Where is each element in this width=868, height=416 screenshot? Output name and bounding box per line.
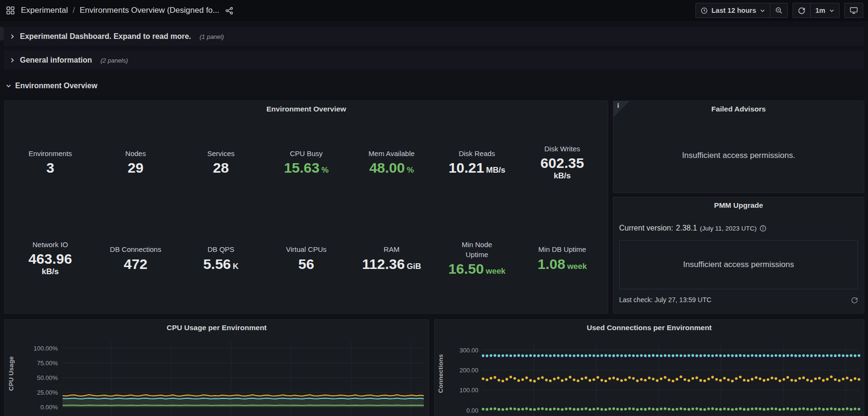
stat-value: 472 <box>124 256 147 272</box>
y-tick-label: 0.00% <box>40 404 58 411</box>
stat-label: DB Connections <box>110 245 161 254</box>
info-circle-icon[interactable] <box>759 225 767 232</box>
last-check-label: Last check: July 27, 13:59 UTC <box>619 296 712 304</box>
stat-ram: RAM112.36GiB <box>349 207 434 309</box>
zoom-out-button[interactable] <box>770 3 787 18</box>
time-range-picker[interactable]: Last 12 hours <box>696 3 770 18</box>
stat-value: 48.00% <box>369 160 414 176</box>
y-tick-label: 75.00% <box>37 360 58 367</box>
stat-label: CPU Busy <box>290 149 322 158</box>
stat-value: 16.50week <box>448 261 506 277</box>
y-tick-label: 0.00 <box>466 407 478 414</box>
stat-label: Disk Reads <box>459 149 495 158</box>
panel-failed-advisors: i Failed Advisors Insufficient access pe… <box>613 101 864 193</box>
stat-db-connections: DB Connections472 <box>93 207 178 309</box>
chevron-right-icon <box>9 57 15 63</box>
clock-icon <box>701 7 708 14</box>
y-axis-label: CPU Usage <box>5 336 17 411</box>
breadcrumb: Experimental / Environments Overview (De… <box>21 6 219 15</box>
stat-environments: Environments3 <box>8 117 93 207</box>
row-experimental-dashboard[interactable]: Experimental Dashboard. Expand to read m… <box>4 27 864 46</box>
y-tick-label: 100.00 <box>459 387 478 394</box>
stat-value: 1.08week <box>538 256 587 272</box>
chevron-down-icon <box>760 8 765 13</box>
chevron-down-icon <box>6 83 11 89</box>
panel-title[interactable]: Failed Advisors <box>613 101 864 117</box>
zoom-out-icon <box>775 7 783 14</box>
stat-label: Min Node Uptime <box>456 240 498 259</box>
stat-label: Min DB Uptime <box>539 245 586 254</box>
panel-pmm-upgrade: PMM Upgrade Current version: 2.38.1 (Jul… <box>613 197 864 314</box>
failed-advisors-message: Insufficient access permissions. <box>613 151 864 160</box>
grafana-dashboard: Experimental / Environments Overview (De… <box>0 0 868 416</box>
time-controls-group: Last 12 hours <box>695 3 788 18</box>
panel-title[interactable]: Environment Overview <box>5 101 608 117</box>
refresh-icon <box>798 7 805 14</box>
refresh-button[interactable] <box>793 3 810 18</box>
kiosk-mode-button[interactable] <box>844 3 863 18</box>
stat-value: 602.35kB/s <box>540 155 584 181</box>
stat-value: 56 <box>298 256 314 272</box>
stat-value: 5.56K <box>203 256 239 272</box>
y-tick-label: 25.00% <box>37 389 58 396</box>
stat-label: RAM <box>384 245 399 254</box>
check-updates-refresh-icon[interactable] <box>851 296 858 304</box>
current-version-label: Current version: <box>619 224 673 232</box>
refresh-interval-picker[interactable]: 1m <box>810 3 839 18</box>
stat-db-qps: DB QPS5.56K <box>178 207 264 309</box>
monitor-icon <box>850 7 858 14</box>
y-tick-label: 100.00% <box>34 345 58 352</box>
row-panel-count: (2 panels) <box>101 57 128 64</box>
share-icon[interactable] <box>225 7 233 15</box>
stat-min-db-uptime: Min DB Uptime1.08week <box>520 207 605 309</box>
stat-label: Services <box>207 149 235 158</box>
time-range-label: Last 12 hours <box>712 7 756 14</box>
stat-services: Services28 <box>178 117 264 207</box>
stats-grid: Environments3Nodes29Services28CPU Busy15… <box>5 117 608 309</box>
stat-value: 15.63% <box>284 160 329 176</box>
stat-disk-writes: Disk Writes602.35kB/s <box>520 117 605 207</box>
stat-label: Nodes <box>125 149 146 158</box>
used-connections-plot[interactable]: 0.00100.00200.00300.00 <box>447 336 864 416</box>
stat-value: 112.36GiB <box>362 256 421 272</box>
row-general-information[interactable]: General information (2 panels) <box>4 51 864 70</box>
breadcrumb-page[interactable]: Environments Overview (Designed fo... <box>80 6 219 15</box>
stat-label: Disk Writes <box>544 144 580 154</box>
row-environment-overview[interactable]: Environment Overview <box>4 78 864 94</box>
top-navbar: Experimental / Environments Overview (De… <box>0 0 868 21</box>
stat-label: DB QPS <box>208 245 235 254</box>
stat-min-node-uptime: Min Node Uptime16.50week <box>434 207 520 309</box>
y-tick-label: 300.00 <box>459 347 478 354</box>
info-corner-icon: i <box>617 102 619 110</box>
panel-used-connections-chart: Used Connections per Environment Connect… <box>434 319 864 416</box>
stat-cpu-busy: CPU Busy15.63% <box>264 117 349 207</box>
stat-label: Mem Available <box>368 149 414 158</box>
y-tick-label: 200.00 <box>459 367 478 374</box>
apps-grid-icon[interactable] <box>6 6 15 15</box>
stat-mem-available: Mem Available48.00% <box>349 117 434 207</box>
row-title: General information <box>20 56 92 65</box>
current-version-value: 2.38.1 <box>676 224 697 232</box>
panel-info-corner[interactable] <box>613 101 630 117</box>
refresh-controls-group: 1m <box>793 3 840 18</box>
panel-environment-overview: Environment Overview Environments3Nodes2… <box>4 101 608 314</box>
panel-title[interactable]: CPU Usage per Environment <box>5 320 429 336</box>
row-panel-count: (1 panel) <box>200 33 224 40</box>
pmm-upgrade-message: Insufficient access permissions <box>683 260 794 269</box>
series-environment-green <box>63 405 424 406</box>
stat-value: 10.21MB/s <box>448 160 505 176</box>
row-title: Environment Overview <box>15 82 97 90</box>
panel-title[interactable]: Used Connections per Environment <box>435 320 864 336</box>
y-axis-label: Connections <box>435 336 447 411</box>
stat-disk-reads: Disk Reads10.21MB/s <box>434 117 520 207</box>
stat-value: 463.96kB/s <box>28 251 72 277</box>
current-version-line: Current version: 2.38.1 (July 11, 2023 U… <box>619 224 858 232</box>
panel-title[interactable]: PMM Upgrade <box>613 197 864 213</box>
breadcrumb-section[interactable]: Experimental <box>21 6 68 15</box>
cpu-usage-plot[interactable]: 0.00%25.00%50.00%75.00%100.00% <box>17 336 429 416</box>
stat-label: Environments <box>28 149 72 158</box>
refresh-interval-label: 1m <box>815 7 825 14</box>
stat-label: Virtual CPUs <box>286 245 327 254</box>
chevron-right-icon <box>9 34 15 39</box>
breadcrumb-separator: / <box>73 6 75 15</box>
